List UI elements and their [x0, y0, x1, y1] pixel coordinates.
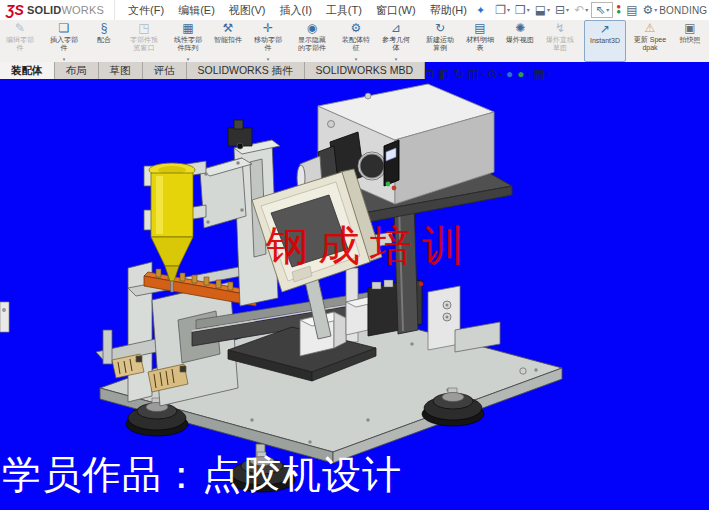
- exploded-view-icon: ✺: [515, 21, 525, 35]
- apply-scene-icon[interactable]: ●▾: [517, 68, 529, 80]
- heads-up-view-toolbar: ⊡ ◧ ↻ ◫▾ ⊙▾ ● ●▾ ▦▾: [424, 66, 549, 82]
- undo-icon[interactable]: ↶▾: [572, 3, 590, 17]
- menu-window[interactable]: 窗口(W): [369, 0, 423, 21]
- component-preview-window-button[interactable]: ◳零部件预览窗口: [124, 20, 164, 62]
- student-work-caption: 学员作品：点胶机设计: [2, 448, 402, 502]
- menu-insert[interactable]: 插入(I): [272, 0, 318, 21]
- new-motion-study-icon: ↻: [435, 21, 445, 35]
- bill-of-materials-icon: ▤: [474, 21, 485, 35]
- edit-component-icon: ✎: [15, 21, 25, 35]
- menu-edit[interactable]: 编辑(E): [171, 0, 222, 21]
- dropdown-caret-icon[interactable]: ▾: [547, 4, 550, 16]
- dropdown-caret-icon[interactable]: ▾: [481, 68, 484, 80]
- tab-solidworks-mbd[interactable]: SOLIDWORKS MBD: [305, 62, 425, 79]
- menu-view[interactable]: 视图(V): [222, 0, 273, 21]
- tab-layout[interactable]: 布局: [55, 62, 99, 79]
- move-component-icon: ✛: [263, 21, 273, 35]
- edit-appearance-icon[interactable]: ●: [506, 68, 513, 80]
- explode-line-sketch-button[interactable]: ↯爆炸直线草图: [540, 20, 580, 62]
- new-motion-study-button[interactable]: ↻新建运动算例: [420, 20, 460, 62]
- open-document-icon[interactable]: ❒▾: [513, 3, 532, 17]
- assembly-features-button[interactable]: ⚙装配体特征▾: [336, 20, 376, 62]
- take-snapshot-button[interactable]: ▣拍快照: [670, 20, 709, 62]
- assembly-features-icon: ⚙: [351, 21, 362, 35]
- dropdown-caret-icon[interactable]: ▾: [566, 4, 569, 16]
- exploded-view-button[interactable]: ✺爆炸视图: [500, 20, 540, 62]
- update-speedpak-button[interactable]: ⚠更新 Speedpak: [630, 20, 670, 62]
- model-right-bracket: [428, 286, 500, 352]
- insert-components-icon: ❏: [59, 21, 70, 35]
- options-gear-icon[interactable]: ⚙▾: [640, 3, 659, 17]
- brand-name-bold: SOLID: [27, 4, 62, 16]
- take-snapshot-icon: ▣: [684, 21, 695, 35]
- dropdown-caret-icon[interactable]: ▾: [507, 4, 510, 16]
- quick-access-toolbar: ❐▾ ❒▾ ⬓▾ ⊟▾ ↶▾ ⇖▾ ● ▤ ⚙▾: [493, 1, 659, 19]
- hide-show-items-icon[interactable]: ⊙▾: [487, 68, 502, 80]
- save-icon[interactable]: ⬓▾: [533, 3, 552, 17]
- training-watermark: 钢成培训: [266, 218, 474, 274]
- rotate-view-icon[interactable]: ↻: [453, 68, 463, 80]
- dropdown-caret-icon[interactable]: ▾: [499, 68, 502, 80]
- model-left-edge-part: [0, 302, 9, 332]
- tab-evaluate[interactable]: 评估: [143, 62, 187, 79]
- display-pane-icon[interactable]: ▤: [624, 3, 639, 17]
- tab-sketch[interactable]: 草图: [99, 62, 143, 79]
- mate-button[interactable]: §配合: [84, 20, 124, 62]
- smart-fasteners-icon: ⚒: [223, 21, 234, 35]
- reference-geometry-icon: ⊿: [391, 21, 401, 35]
- solidworks-window: ƷS SOLID WORKS 文件(F) 编辑(E) 视图(V) 插入(I) 工…: [0, 0, 709, 510]
- section-view-icon[interactable]: ◧: [438, 68, 449, 80]
- graphics-viewport[interactable]: 装配体 布局 草图 评估 SOLIDWORKS 插件 SOLIDWORKS MB…: [0, 62, 709, 510]
- explode-line-sketch-icon: ↯: [555, 21, 565, 35]
- commandmanager-tabs: 装配体 布局 草图 评估 SOLIDWORKS 插件 SOLIDWORKS MB…: [0, 62, 425, 79]
- brand-mark: ƷS: [6, 2, 24, 18]
- model-canvas: [0, 62, 709, 510]
- update-speedpak-icon: ⚠: [645, 21, 656, 35]
- reference-geometry-button[interactable]: ⊿参考几何体▾: [376, 20, 416, 62]
- display-style-icon[interactable]: ◫▾: [467, 68, 483, 80]
- component-preview-window-icon: ◳: [138, 21, 149, 35]
- instant3d-button[interactable]: ↗Instant3D: [584, 20, 626, 62]
- show-hidden-components-icon: ◉: [307, 21, 317, 35]
- bill-of-materials-button[interactable]: ▤材料明细表: [460, 20, 500, 62]
- linear-component-pattern-button[interactable]: ▦线性零部件阵列▾: [168, 20, 208, 62]
- edit-component-button[interactable]: ✎编辑零部件: [0, 20, 40, 62]
- instant3d-icon: ↗: [600, 22, 610, 36]
- menu-tools[interactable]: 工具(T): [319, 0, 369, 21]
- solidworks-logo: ƷS SOLID WORKS: [0, 0, 115, 20]
- dropdown-caret-icon[interactable]: ▾: [606, 4, 609, 16]
- pin-menu-icon[interactable]: ✦: [476, 4, 485, 17]
- selection-filter-icon[interactable]: ●: [614, 1, 623, 19]
- print-icon[interactable]: ⊟▾: [553, 3, 571, 17]
- linear-component-pattern-icon: ▦: [182, 21, 193, 35]
- dropdown-caret-icon[interactable]: ▾: [527, 4, 530, 16]
- show-hidden-components-button[interactable]: ◉显示隐藏的零部件: [292, 20, 332, 62]
- dropdown-caret-icon[interactable]: ▾: [654, 4, 657, 16]
- tab-assembly[interactable]: 装配体: [0, 62, 55, 79]
- new-document-icon[interactable]: ❐▾: [493, 3, 512, 17]
- menu-help[interactable]: 帮助(H): [423, 0, 474, 21]
- menu-file[interactable]: 文件(F): [121, 0, 171, 21]
- brand-name-light: WORKS: [62, 4, 105, 16]
- dropdown-caret-icon[interactable]: ▾: [585, 4, 588, 16]
- tab-solidworks-addins[interactable]: SOLIDWORKS 插件: [187, 62, 305, 79]
- select-cursor-icon[interactable]: ⇖▾: [591, 2, 613, 18]
- move-component-button[interactable]: ✛移动零部件▾: [248, 20, 288, 62]
- command-ribbon: ✎编辑零部件 ❏插入零部件▾ §配合 ◳零部件预览窗口 ▦线性零部件阵列▾ ⚒智…: [0, 20, 709, 63]
- mate-icon: §: [101, 21, 108, 35]
- dropdown-caret-icon[interactable]: ▾: [546, 68, 549, 80]
- menu-items: 文件(F) 编辑(E) 视图(V) 插入(I) 工具(T) 窗口(W) 帮助(H…: [121, 0, 474, 21]
- insert-components-button[interactable]: ❏插入零部件▾: [44, 20, 84, 62]
- dropdown-caret-icon[interactable]: ▾: [526, 68, 529, 80]
- view-settings-icon[interactable]: ▦▾: [533, 68, 549, 80]
- zoom-fit-icon[interactable]: ⊡: [424, 68, 434, 80]
- smart-fasteners-button[interactable]: ⚒智能扣件: [208, 20, 248, 62]
- menu-bar: ƷS SOLID WORKS 文件(F) 编辑(E) 视图(V) 插入(I) 工…: [0, 0, 709, 21]
- document-title: BONDING HEAD WITH ZYZ: [659, 5, 709, 16]
